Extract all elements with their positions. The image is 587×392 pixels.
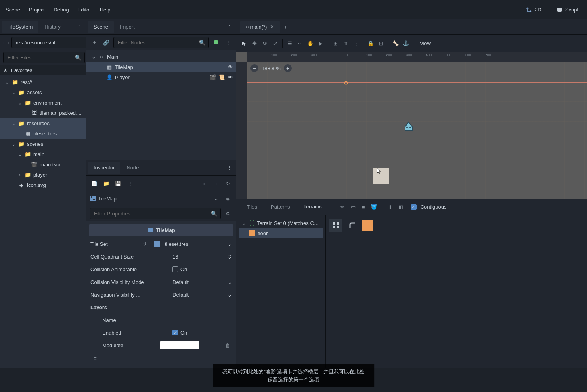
menu-debug[interactable]: Debug	[54, 7, 69, 13]
chevron-down-icon[interactable]: ⌄	[17, 100, 22, 106]
fs-row-res-[interactable]: ⌄📁res://	[0, 77, 86, 87]
menu-scene[interactable]: Scene	[6, 7, 20, 13]
move-tool-icon[interactable]: ✥	[250, 39, 259, 48]
ruler-tool-icon[interactable]: ⋯	[295, 39, 305, 48]
history-icon[interactable]: ↻	[223, 179, 233, 188]
snap-more-icon[interactable]: ⋮	[351, 39, 361, 48]
scene-more-icon[interactable]: ⋮	[223, 38, 233, 47]
section-tilemap[interactable]: TileMap	[89, 224, 233, 236]
chevron-down-icon[interactable]: ⌄	[228, 279, 232, 285]
enabled-checkbox[interactable]: ✓	[172, 330, 178, 335]
filter-nodes-input[interactable]: 🔍	[113, 37, 209, 48]
nav-vis-value[interactable]: Default	[172, 292, 225, 298]
terrain-mode-connect-icon[interactable]	[329, 219, 342, 232]
add-node-icon[interactable]: ＋	[90, 38, 99, 47]
reorder-icon[interactable]: ≡	[90, 353, 100, 363]
modulate-color[interactable]	[160, 341, 199, 349]
fs-row-icon-svg[interactable]: ◆icon.svg	[0, 180, 86, 190]
script-attached-icon[interactable]: 📜	[218, 74, 225, 80]
tab-import[interactable]: Import	[115, 21, 140, 33]
cell-quadrant-value[interactable]: 16	[172, 254, 225, 260]
revert-icon[interactable]: ↺	[140, 239, 149, 249]
terrain-floor-row[interactable]: floor	[239, 228, 323, 238]
history-prev-icon[interactable]: ‹	[199, 179, 209, 188]
fs-row-environment[interactable]: ⌄📁environment	[0, 97, 86, 108]
chevron-down-icon[interactable]: ⌄	[228, 292, 232, 298]
inspector-extra-icon[interactable]: ⋮	[125, 179, 135, 188]
fs-row-resources[interactable]: ⌄📁resources	[0, 118, 86, 128]
terrain-line-tool-icon[interactable]: ▭	[348, 202, 358, 212]
chevron-down-icon[interactable]: ⌄	[5, 79, 10, 85]
tab-history[interactable]: History	[39, 21, 66, 33]
attach-script-icon[interactable]	[211, 38, 221, 47]
terrain-picker-tool-icon[interactable]: ⬆	[386, 202, 395, 212]
terrain-eraser-tool-icon[interactable]: ◧	[396, 202, 405, 212]
chevron-down-icon[interactable]: ⌄	[11, 141, 16, 147]
history-next-icon[interactable]: ›	[211, 179, 221, 188]
new-resource-icon[interactable]: 📄	[90, 179, 99, 188]
tab-scene[interactable]: Scene	[88, 21, 114, 33]
property-tools-icon[interactable]: ⚙	[223, 209, 233, 218]
terrain-bucket-tool-icon[interactable]: 🪣	[369, 202, 379, 212]
fs-row-main[interactable]: ⌄📁main	[0, 149, 86, 159]
add-scene-tab-icon[interactable]: ＋	[281, 22, 290, 32]
scene-node-TileMap[interactable]: ▦TileMap👁	[86, 62, 236, 72]
scene-tab-main[interactable]: ○ main(*)✕	[240, 21, 280, 33]
viewport[interactable]: 1002003000100200300400500600700 − 188.8 …	[236, 52, 587, 199]
snap-options-icon[interactable]: ⌗	[341, 39, 350, 48]
lock-icon[interactable]: 🔒	[366, 39, 375, 48]
snap-grid-icon[interactable]: ⊞	[331, 39, 340, 48]
tab-node[interactable]: Node	[121, 162, 144, 174]
load-resource-icon[interactable]: 📁	[101, 179, 111, 188]
group-icon[interactable]: ⊡	[376, 39, 386, 48]
resource-icon[interactable]	[152, 239, 162, 249]
menu-help[interactable]: Help	[100, 7, 111, 13]
select-tool-icon[interactable]	[239, 39, 249, 48]
mode-2d-button[interactable]: 2D	[523, 5, 545, 14]
tiletab-terrains[interactable]: Terrains	[297, 200, 328, 213]
nav-back-icon[interactable]: ‹	[3, 38, 5, 47]
terrain-set-row[interactable]: ⌄ Terrain Set 0 (Matches Corn	[239, 218, 323, 228]
spinner-icon[interactable]: ⇕	[228, 254, 232, 260]
zoom-value[interactable]: 188.8 %	[262, 65, 281, 71]
save-resource-icon[interactable]: 💾	[113, 179, 123, 188]
delete-layer-icon[interactable]: 🗑	[222, 341, 232, 350]
visibility-icon[interactable]: 👁	[227, 64, 233, 70]
filter-properties-input[interactable]: 🔍	[90, 208, 221, 219]
menu-project[interactable]: Project	[29, 7, 45, 13]
terrain-mode-path-icon[interactable]	[346, 219, 359, 232]
terrain-paint-tool-icon[interactable]: ✏	[338, 202, 348, 212]
tab-inspector[interactable]: Inspector	[88, 162, 120, 174]
pan-tool-icon[interactable]: ✋	[306, 39, 315, 48]
fs-row-scenes[interactable]: ⌄📁scenes	[0, 139, 86, 149]
bone-icon[interactable]: 🦴	[391, 39, 400, 48]
collision-vis-value[interactable]: Default	[172, 279, 225, 285]
object-dropdown-icon[interactable]: ⌄	[211, 194, 221, 203]
contiguous-checkbox[interactable]: ✓	[411, 204, 417, 210]
player-sprite[interactable]	[402, 120, 415, 134]
favorites-row[interactable]: ★ Favorites:	[0, 65, 86, 75]
view-button[interactable]: View	[416, 38, 435, 49]
measure-tool-icon[interactable]: ▶	[316, 39, 325, 48]
scene-node-Main[interactable]: ⌄○Main	[86, 51, 236, 62]
tiletab-tiles[interactable]: Tiles	[240, 201, 264, 213]
zoom-out-button[interactable]: −	[250, 64, 258, 72]
anchor-icon[interactable]: ⚓	[401, 39, 411, 48]
tile-set-value[interactable]: tileset.tres	[165, 241, 224, 247]
inspector-dock-options-icon[interactable]: ⋮	[225, 163, 234, 173]
chevron-down-icon[interactable]: ⌄	[91, 54, 96, 60]
filter-files-input[interactable]: 🔍	[3, 52, 85, 63]
list-tool-icon[interactable]: ☰	[285, 39, 294, 48]
mode-script-button[interactable]: Script	[553, 5, 581, 14]
link-icon[interactable]: 🔗	[101, 38, 111, 47]
chevron-down-icon[interactable]: ⌄	[17, 151, 22, 157]
menu-editor[interactable]: Editor	[78, 7, 91, 13]
collision-anim-checkbox[interactable]	[172, 266, 178, 272]
make-unique-icon[interactable]: ◈	[223, 194, 233, 203]
path-input[interactable]	[11, 37, 87, 48]
scene-dock-options-icon[interactable]: ⋮	[225, 22, 234, 32]
close-tab-icon[interactable]: ✕	[270, 24, 274, 30]
fs-row-tileset-tres[interactable]: ▦tileset.tres	[0, 128, 86, 139]
tab-filesystem[interactable]: FileSystem	[2, 21, 38, 33]
dock-options-icon[interactable]: ⋮	[75, 22, 84, 32]
